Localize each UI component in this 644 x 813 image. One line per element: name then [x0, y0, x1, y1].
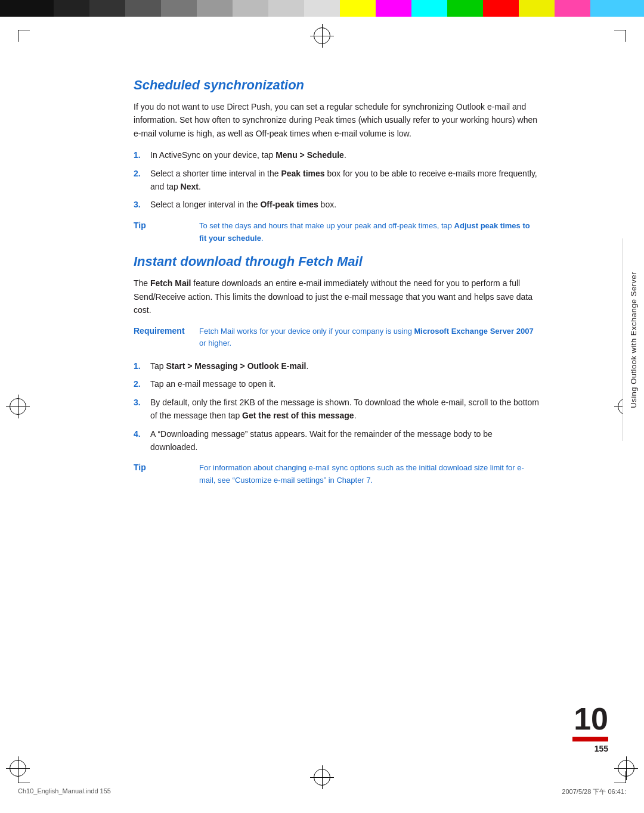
step-num: 4.	[134, 427, 144, 454]
corner-mark-tr	[614, 30, 626, 42]
step-text: By default, only the first 2KB of the me…	[150, 396, 539, 423]
section2-step2: 2. Tap an e-mail message to open it.	[134, 377, 539, 390]
corner-mark-tl	[18, 30, 30, 42]
footer-left: Ch10_English_Manual.indd 155	[18, 787, 111, 796]
page-number-area: 10 155	[572, 703, 608, 753]
section2-step1: 1. Tap Start > Messaging > Outlook E-mai…	[134, 359, 539, 373]
page-num-bar	[572, 737, 608, 741]
section1-heading: Scheduled synchronization	[134, 77, 539, 93]
crosshair-left	[6, 395, 30, 418]
section2-requirement: Requirement Fetch Mail works for your de…	[134, 325, 539, 350]
step-text: A “Downloading message” status appears. …	[150, 427, 539, 454]
step-text: Select a longer interval in the Off-peak…	[150, 198, 336, 211]
crosshair-bottom	[310, 765, 334, 789]
footer: Ch10_English_Manual.indd 155 2007/5/28 下…	[0, 787, 644, 796]
section1-step1: 1. In ActiveSync on your device, tap Men…	[134, 148, 539, 162]
section1-step2: 2. Select a shorter time interval in the…	[134, 167, 539, 194]
tip-label: Tip	[134, 220, 187, 230]
crosshair-bottom-left	[6, 756, 30, 780]
requirement-label: Requirement	[134, 325, 187, 336]
side-tab: Using Outlook with Exchange Server	[623, 238, 644, 441]
step-num: 2.	[134, 167, 144, 194]
crosshair-bottom-right	[614, 756, 638, 780]
step-num: 2.	[134, 377, 144, 390]
step-text: Select a shorter time interval in the Pe…	[150, 167, 539, 194]
step-num: 1.	[134, 148, 144, 162]
section1-steps: 1. In ActiveSync on your device, tap Men…	[134, 148, 539, 212]
section1-body: If you do not want to use Direct Push, y…	[134, 100, 539, 140]
section2-body: The Fetch Mail feature downloads an enti…	[134, 277, 539, 316]
tip-link: Adjust peak times to fit your schedule	[199, 221, 530, 243]
section1-tip: Tip To set the days and hours that make …	[134, 220, 539, 245]
section2-heading: Instant download through Fetch Mail	[134, 254, 539, 269]
color-bar	[0, 0, 644, 17]
main-content: Scheduled synchronization If you do not …	[134, 77, 539, 497]
page-number: 155	[595, 744, 608, 753]
crosshair-top	[310, 24, 334, 48]
side-tab-text: Using Outlook with Exchange Server	[629, 272, 638, 408]
step-num: 1.	[134, 359, 144, 373]
step-text: Tap an e-mail message to open it.	[150, 377, 275, 390]
footer-right: 2007/5/28 下午 06:41:	[562, 787, 626, 796]
section2-step3: 3. By default, only the first 2KB of the…	[134, 396, 539, 423]
section2-steps: 1. Tap Start > Messaging > Outlook E-mai…	[134, 359, 539, 454]
requirement-text: Fetch Mail works for your device only if…	[199, 325, 539, 350]
step-num: 3.	[134, 396, 144, 423]
tip-text: To set the days and hours that make up y…	[199, 220, 539, 245]
section2-tip: Tip For information about changing e-mai…	[134, 462, 539, 487]
step-num: 3.	[134, 198, 144, 211]
chapter-number: 10	[574, 703, 608, 734]
section1-step3: 3. Select a longer interval in the Off-p…	[134, 198, 539, 211]
step-text: Tap Start > Messaging > Outlook E-mail.	[150, 359, 308, 373]
step-text: In ActiveSync on your device, tap Menu >…	[150, 148, 346, 162]
tip-text: For information about changing e-mail sy…	[199, 462, 539, 487]
tip-label: Tip	[134, 462, 187, 472]
section2-step4: 4. A “Downloading message” status appear…	[134, 427, 539, 454]
